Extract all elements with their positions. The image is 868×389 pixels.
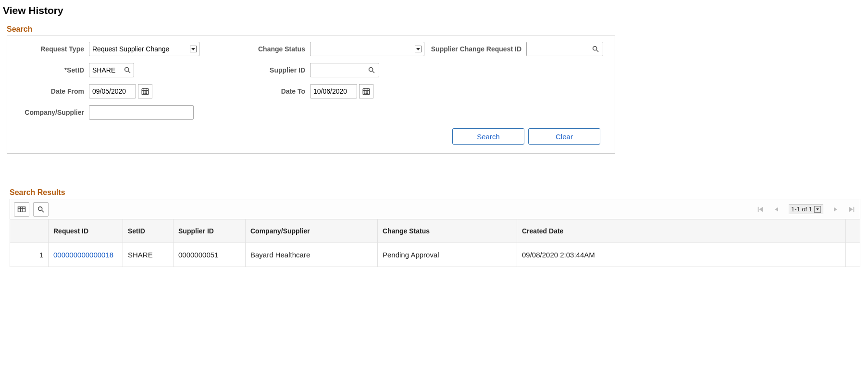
last-page-icon[interactable] [847,205,856,214]
svg-rect-26 [18,207,25,212]
row-number: 1 [10,243,49,267]
search-button[interactable]: Search [452,128,524,145]
request-type-select[interactable]: Request Supplier Change [89,42,199,56]
next-page-icon[interactable] [831,205,840,214]
search-panel: Request Type Request Supplier Change Cha… [7,36,615,154]
svg-marker-36 [849,207,853,212]
svg-point-13 [143,93,144,94]
svg-marker-33 [759,207,763,212]
svg-point-14 [145,93,145,94]
supplier-change-request-id-label: Supplier Change Request ID [430,45,526,53]
search-icon[interactable] [591,44,600,54]
svg-marker-34 [775,207,778,211]
first-page-icon[interactable] [756,205,765,214]
chevron-down-icon [814,206,821,213]
row-range-text: 1-1 of 1 [791,206,812,213]
svg-point-22 [367,92,368,92]
clear-button[interactable]: Clear [528,128,600,145]
svg-point-11 [145,92,145,92]
supplier-id-label: Supplier ID [204,66,310,74]
prev-page-icon[interactable] [772,205,781,214]
date-from-label: Date From [12,87,89,95]
svg-marker-35 [834,207,837,211]
col-company-supplier[interactable]: Company/Supplier [246,219,378,243]
col-supplier-id[interactable]: Supplier ID [174,219,246,243]
page-title: View History [3,5,865,16]
svg-line-31 [42,210,44,212]
results-table: Request ID SetID Supplier ID Company/Sup… [10,219,860,267]
svg-point-12 [146,92,147,92]
svg-line-1 [596,50,598,52]
request-id-link[interactable]: 000000000000018 [53,251,113,259]
svg-point-20 [364,92,365,92]
calendar-icon[interactable] [359,84,373,98]
svg-point-15 [146,93,147,94]
cell-created-date: 09/08/2020 2:03:44AM [517,243,846,267]
cell-company-supplier: Bayard Healthcare [246,243,378,267]
personalize-icon[interactable] [14,202,29,217]
svg-line-5 [372,71,374,73]
cell-supplier-id: 0000000051 [174,243,246,267]
results-section-title: Search Results [10,188,860,197]
cell-set-id: SHARE [123,243,174,267]
date-to-input[interactable] [310,84,357,98]
company-supplier-input[interactable] [89,105,194,120]
set-id-label: *SetID [12,66,89,74]
table-row: 1 000000000000018 SHARE 0000000051 Bayar… [10,243,860,267]
svg-point-4 [369,68,373,72]
svg-rect-32 [758,207,759,212]
svg-line-3 [128,71,130,73]
svg-point-24 [366,93,366,94]
change-status-label: Change Status [204,45,310,53]
cell-change-status: Pending Approval [378,243,517,267]
change-status-select[interactable] [310,42,424,56]
svg-point-30 [38,207,42,210]
svg-point-23 [364,93,365,94]
calendar-icon[interactable] [138,84,152,98]
col-created-date[interactable]: Created Date [517,219,846,243]
svg-point-25 [367,93,368,94]
row-range[interactable]: 1-1 of 1 [789,204,823,214]
search-icon[interactable] [123,65,132,75]
request-type-label: Request Type [12,45,89,53]
col-change-status[interactable]: Change Status [378,219,517,243]
find-icon[interactable] [33,202,49,217]
date-from-input[interactable] [89,84,136,98]
col-set-id[interactable]: SetID [123,219,174,243]
search-section-title: Search [7,25,865,34]
date-to-label: Date To [204,87,310,95]
svg-point-2 [125,68,129,72]
svg-point-0 [593,47,597,50]
svg-rect-37 [854,207,855,212]
svg-point-10 [143,92,144,92]
col-request-id[interactable]: Request ID [49,219,123,243]
table-header-row: Request ID SetID Supplier ID Company/Sup… [10,219,860,243]
grid-toolbar: 1-1 of 1 [10,199,860,219]
search-icon[interactable] [367,65,376,75]
svg-point-21 [366,92,366,92]
company-supplier-label: Company/Supplier [12,109,89,116]
